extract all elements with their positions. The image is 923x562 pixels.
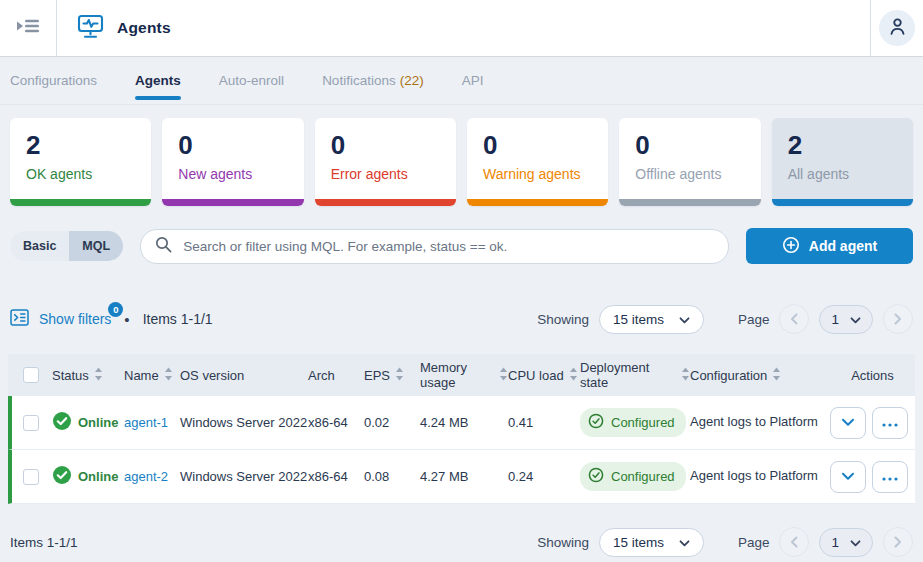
search-mode-toggle: Basic MQL (10, 231, 123, 261)
stat-label: Error agents (331, 166, 440, 182)
cpu-load-cell: 0.41 (508, 415, 580, 430)
tab-notifications[interactable]: Notifications(22) (322, 57, 424, 104)
sort-icon[interactable] (94, 367, 103, 384)
top-bar: Agents (0, 0, 923, 57)
agent-name-link[interactable]: agent-2 (124, 469, 168, 484)
select-all-checkbox[interactable] (23, 367, 39, 383)
title-area: Agents (57, 0, 870, 56)
stat-label: Offline agents (635, 166, 744, 182)
stat-card-error-agents[interactable]: 0 Error agents (315, 118, 456, 206)
table-row-agent-1: Online agent-1 Windows Server 2022 x86-6… (8, 396, 915, 450)
sort-icon[interactable] (395, 367, 404, 384)
add-agent-button[interactable]: Add agent (746, 228, 913, 264)
column-header-deployment-state[interactable]: Deployment state (580, 360, 690, 390)
configured-badge: Configured (580, 408, 686, 437)
tab-agents[interactable]: Agents (135, 57, 181, 104)
page-title: Agents (117, 19, 171, 37)
column-header-eps[interactable]: EPS (364, 367, 420, 384)
tab-label: API (462, 73, 484, 88)
mode-basic-button[interactable]: Basic (10, 231, 69, 261)
sort-icon[interactable] (499, 367, 508, 384)
column-label: Actions (851, 368, 894, 383)
tab-bar: Configurations Agents Auto-enroll Notifi… (0, 57, 923, 105)
page-number-select[interactable]: 1 (819, 305, 873, 334)
user-icon (887, 16, 908, 41)
showing-label: Showing (537, 312, 589, 327)
row-menu-button[interactable] (872, 407, 908, 439)
expand-row-button[interactable] (830, 461, 866, 493)
sort-icon[interactable] (681, 367, 690, 384)
chevron-down-icon (850, 312, 861, 327)
status-label: Online (78, 469, 118, 484)
status-label: Online (78, 415, 118, 430)
column-header-configuration[interactable]: Configuration (690, 367, 830, 384)
next-page-button[interactable] (883, 304, 913, 334)
page-size-select[interactable]: 15 items (599, 528, 704, 557)
column-label: Name (124, 368, 159, 383)
sidebar-toggle-icon (16, 17, 40, 39)
stat-color-bar (467, 199, 608, 206)
agents-table: Status Name OS version Arch EPS Memory u… (8, 354, 915, 504)
stat-card-ok-agents[interactable]: 2 OK agents (10, 118, 151, 206)
stat-card-all-agents[interactable]: 2 All agents (772, 118, 913, 206)
stat-value: 0 (331, 131, 440, 161)
sort-icon[interactable] (772, 367, 781, 384)
stat-value: 0 (178, 131, 287, 161)
arch-cell: x86-64 (308, 415, 364, 430)
previous-page-button[interactable] (779, 527, 809, 557)
chevron-down-icon (841, 469, 855, 484)
status-cell: Online (52, 465, 124, 488)
tab-configurations[interactable]: Configurations (10, 57, 97, 104)
search-input[interactable] (181, 238, 714, 255)
stat-label: All agents (788, 166, 897, 182)
sidebar-toggle-button[interactable] (0, 0, 57, 56)
page-number-select[interactable]: 1 (819, 528, 873, 557)
items-count-label: Items 1-1/1 (143, 311, 213, 327)
actions-cell (830, 407, 922, 439)
filter-count-badge: 0 (108, 302, 123, 317)
agent-name-link[interactable]: agent-1 (124, 415, 168, 430)
previous-page-button[interactable] (779, 304, 809, 334)
items-count-label: Items 1-1/1 (10, 535, 78, 550)
pagination-top: Showing 15 items Page 1 (537, 304, 913, 334)
stat-card-offline-agents[interactable]: 0 Offline agents (619, 118, 760, 206)
stat-color-bar (619, 199, 760, 206)
page-size-select[interactable]: 15 items (599, 305, 704, 334)
row-checkbox[interactable] (23, 469, 39, 485)
expand-row-button[interactable] (830, 407, 866, 439)
sort-icon[interactable] (569, 367, 578, 384)
memory-usage-cell: 4.27 MB (420, 469, 508, 484)
column-header-memory-usage[interactable]: Memory usage (420, 360, 508, 390)
user-avatar[interactable] (879, 10, 915, 46)
status-cell: Online (52, 411, 124, 434)
stat-value: 2 (26, 131, 135, 161)
row-menu-button[interactable] (872, 461, 908, 493)
stat-card-warning-agents[interactable]: 0 Warning agents (467, 118, 608, 206)
tab-label: Agents (135, 73, 181, 88)
mode-mql-button[interactable]: MQL (69, 231, 123, 261)
add-agent-label: Add agent (809, 238, 877, 254)
tab-auto-enroll[interactable]: Auto-enroll (219, 57, 284, 104)
row-checkbox[interactable] (23, 415, 39, 431)
stat-card-new-agents[interactable]: 0 New agents (162, 118, 303, 206)
showing-label: Showing (537, 535, 589, 550)
column-header-status[interactable]: Status (52, 367, 124, 384)
page-size-value: 15 items (613, 312, 664, 327)
stat-label: Warning agents (483, 166, 592, 182)
show-filters-link[interactable]: Show filters 0 (39, 311, 111, 327)
chevron-down-icon (679, 312, 690, 327)
column-label: CPU load (508, 368, 564, 383)
column-header-cpu-load[interactable]: CPU load (508, 367, 580, 384)
sort-icon[interactable] (164, 367, 173, 384)
check-circle-icon (588, 467, 604, 486)
agents-monitor-icon (77, 14, 104, 43)
column-header-name[interactable]: Name (124, 367, 180, 384)
ellipsis-icon (882, 415, 898, 430)
notifications-count: (22) (400, 73, 424, 88)
tab-api[interactable]: API (462, 57, 484, 104)
configured-badge: Configured (580, 462, 686, 491)
status-ok-icon (52, 411, 72, 434)
page-size-value: 15 items (613, 535, 664, 550)
actions-cell (830, 461, 922, 493)
next-page-button[interactable] (883, 527, 913, 557)
